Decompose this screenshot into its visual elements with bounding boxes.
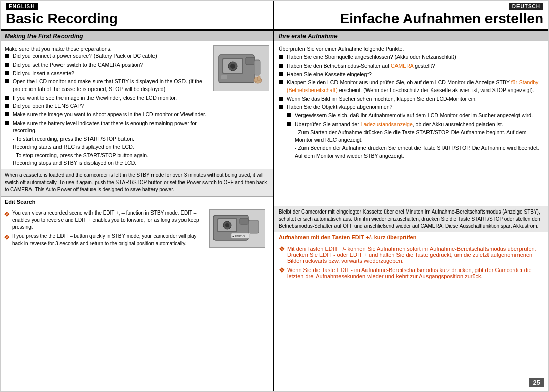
camera-image-left [214, 45, 269, 167]
list-item: Open the LCD monitor and make sure that … [5, 78, 210, 93]
bullet-icon [5, 63, 9, 67]
lang-english: ENGLISH [6, 3, 38, 10]
list-item-text: Vergewissern Sie sich, daß Ihr Aufnahmem… [295, 112, 533, 119]
right-bullets: Haben Sie eine Stromquelle angeschlossen… [279, 53, 544, 111]
list-item: Überprüfen Sie anhand der Ladezustandsan… [287, 120, 544, 128]
list-item: ❖ Wenn Sie die Taste EDIT - im Aufnahme-… [279, 267, 544, 279]
bottom-right-section: Aufnahmen mit den Tasten EDIT +/- kurz ü… [274, 232, 548, 391]
camera-photo-edit: ● EDIT-0 [209, 209, 265, 248]
list-item-text: If you want to see the image in the View… [13, 94, 177, 102]
list-item-text: Haben Sie eine Stromquelle angeschlossen… [287, 53, 456, 61]
bullet-icon [279, 97, 283, 101]
right-intro: Überprüfen Sie vor einer Aufnahme folgen… [279, 45, 544, 53]
list-item: Haben Sie die Objektivkappe abgenommen? [279, 103, 544, 111]
list-item-text: Did you open the LENS CAP? [13, 102, 84, 110]
list-item-text: Haben Sie eine Kassette eingelegt? [287, 71, 372, 78]
diamond-bullet-icon: ❖ [279, 266, 285, 274]
list-item-text: Wenn Sie die Taste EDIT - im Aufnahme-Be… [287, 267, 544, 279]
bullet-icon [279, 64, 283, 68]
svg-rect-5 [246, 57, 255, 65]
edit-search-text: ❖ You can view a recorded scene with the… [4, 209, 207, 389]
list-item: Klappen Sie den LCD-Monitor aus und prüf… [279, 79, 544, 94]
list-item-text: If you press the the EDIT – button quick… [12, 233, 207, 247]
list-item-text: Überprüfen Sie anhand der Ladezustandsan… [295, 120, 503, 128]
lang-deutsch: DEUTSCH [509, 3, 543, 10]
title-right: Einfache Aufnahmen erstellen [280, 10, 543, 27]
list-item-text: You can view a recorded scene with the E… [12, 209, 207, 231]
list-item: ❖ Mit den Tasten EDIT +/- können Sie Auf… [279, 246, 544, 264]
edit-search-section: Edit Search ❖ You can view a recorded sc… [1, 197, 273, 391]
svg-text:● EDIT-0: ● EDIT-0 [232, 235, 245, 238]
right-sub-bullets: Vergewissern Sie sich, daß Ihr Aufnahmem… [287, 112, 544, 159]
page: ENGLISH Basic Recording DEUTSCH Einfache… [0, 0, 549, 392]
bullet-icon [279, 55, 283, 59]
bullet-icon [279, 72, 283, 76]
list-item-text: Haben Sie den Betriebsmodus-Schalter auf… [287, 62, 435, 70]
bullet-icon [279, 80, 283, 84]
bullet-icon [287, 113, 291, 117]
section-left-content: Make sure that you make these preparatio… [1, 43, 273, 169]
diamond-bullet-icon: ❖ [279, 245, 285, 253]
svg-rect-6 [221, 75, 227, 79]
list-item: Haben Sie eine Kassette eingelegt? [279, 71, 544, 78]
list-item: ❖ If you press the the EDIT – button qui… [4, 233, 207, 247]
list-item: ❖ You can view a recorded scene with the… [4, 209, 207, 231]
header: ENGLISH Basic Recording DEUTSCH Einfache… [1, 1, 548, 31]
list-item-text: Did you insert a cassette? [13, 70, 74, 77]
sub-item-2: Recording starts and REC is displayed on… [13, 143, 210, 151]
bullet-icon [287, 122, 291, 126]
col-left: Making the First Recording Make sure tha… [1, 31, 274, 391]
svg-rect-7 [254, 60, 260, 75]
bottom-left-section: Edit Search ❖ You can view a recorded sc… [1, 196, 273, 391]
list-item: Haben Sie eine Stromquelle angeschlossen… [279, 53, 544, 61]
list-item: Did you set the Power switch to the CAME… [5, 61, 210, 69]
list-item-text: Make sure the battery level indicates th… [13, 119, 210, 134]
bullet-icon [279, 105, 283, 109]
list-item: Did you open the LENS CAP? [5, 102, 210, 110]
left-text-block: Make sure that you make these preparatio… [5, 45, 210, 167]
list-item: Did you insert a cassette? [5, 70, 210, 77]
list-item-text: Klappen Sie den LCD-Monitor aus und prüf… [287, 79, 544, 94]
list-item: Vergewissern Sie sich, daß Ihr Aufnahmem… [287, 112, 544, 119]
svg-rect-10 [258, 76, 260, 81]
svg-rect-9 [255, 77, 257, 82]
bullet-icon [5, 96, 9, 100]
info-box-left: When a cassette is loaded and the camcor… [1, 169, 273, 196]
list-item-text: Did you set the Power switch to the CAME… [13, 61, 143, 69]
header-left: ENGLISH Basic Recording [1, 1, 274, 29]
bullet-icon [5, 79, 9, 83]
list-item: Make sure the battery level indicates th… [5, 119, 210, 134]
list-item: Did you connect a power source? (Battery… [5, 52, 210, 60]
section-header-left: Making the First Recording [1, 31, 273, 41]
sub-item-1: - To start recording, press the START/ST… [13, 135, 210, 143]
edit-search-list: ❖ You can view a recorded scene with the… [4, 209, 207, 247]
title-left: Basic Recording [6, 10, 268, 27]
list-item: Wenn Sie das Bild im Sucher sehen möchte… [279, 95, 544, 103]
list-item: Make sure the image you want to shoot ap… [5, 111, 210, 118]
sub-item-r2: - Zum Beenden der Aufnahme drücken Sie e… [295, 144, 544, 159]
svg-point-4 [230, 64, 235, 69]
list-item-text: Make sure the image you want to shoot ap… [13, 111, 206, 118]
left-bullets: Did you connect a power source? (Battery… [5, 52, 210, 134]
left-intro: Make sure that you make these preparatio… [5, 45, 210, 53]
edit-search-content: ❖ You can view a recorded scene with the… [1, 207, 273, 391]
camera-photo-left [214, 45, 269, 91]
edit-aufnahmen-content: ❖ Mit den Tasten EDIT +/- können Sie Auf… [274, 243, 548, 391]
header-right: DEUTSCH Einfache Aufnahmen erstellen [274, 1, 548, 29]
list-item-text: Open the LCD monitor and make sure that … [13, 78, 210, 93]
svg-point-15 [225, 223, 229, 227]
edit-aufnahmen-header: Aufnahmen mit den Tasten EDIT +/- kurz ü… [274, 232, 548, 243]
bullet-icon [5, 104, 9, 108]
svg-rect-16 [240, 218, 248, 224]
col-right: Ihre erste Aufnahme Überprüfen Sie vor e… [274, 31, 548, 391]
diamond-bullet-icon: ❖ [4, 209, 10, 220]
list-item: Haben Sie den Betriebsmodus-Schalter auf… [279, 62, 544, 70]
diamond-bullet-icon: ❖ [4, 233, 10, 243]
info-box-right: Bleibt der Camcorder mit eingelegter Kas… [274, 206, 548, 232]
list-item-text: Did you connect a power source? (Battery… [13, 52, 157, 60]
bullet-icon [5, 121, 9, 125]
section-right-content: Überprüfen Sie vor einer Aufnahme folgen… [274, 43, 548, 206]
sub-item-4: Recording stops and STBY is displayed on… [13, 159, 210, 167]
list-item: If you want to see the image in the View… [5, 94, 210, 102]
list-item-text: Wenn Sie das Bild im Sucher sehen möchte… [287, 95, 477, 103]
